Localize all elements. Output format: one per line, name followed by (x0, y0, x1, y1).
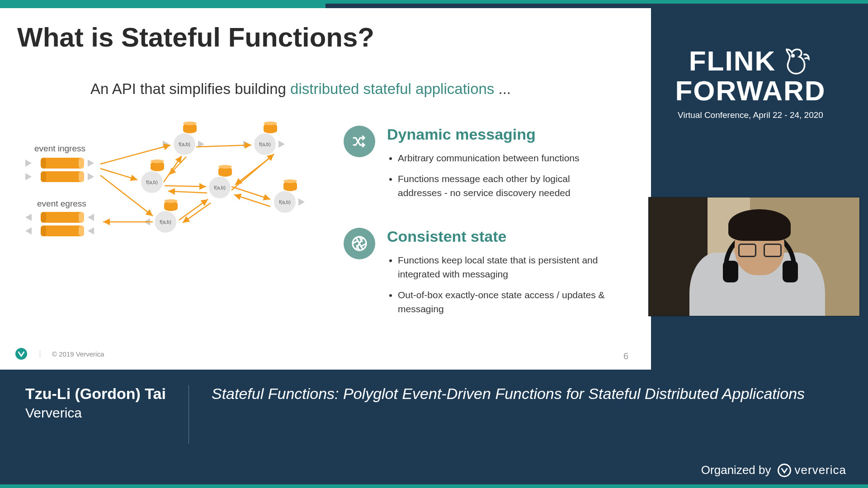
feature-bullet: Out-of-box exactly-once state access / u… (398, 288, 615, 316)
arrow-icon (278, 141, 285, 148)
function-node: f(a,b) (141, 171, 163, 193)
ingress-label: event ingress (34, 144, 85, 154)
ververica-logo-icon (15, 348, 27, 360)
arrow-icon (198, 141, 204, 148)
svg-line-9 (234, 195, 270, 206)
glasses-icon (738, 244, 782, 257)
aperture-icon (344, 228, 375, 259)
slide-subtitle: An API that simplifies building distribu… (90, 80, 511, 98)
headset-earcup (783, 261, 798, 282)
svg-line-13 (183, 203, 211, 223)
svg-line-4 (169, 157, 186, 175)
arrow-icon (144, 218, 150, 225)
feature-title: Dynamic messaging (387, 126, 615, 143)
arrow-icon (25, 160, 32, 167)
arrow-icon (25, 173, 32, 180)
slide-title: What is Stateful Functions? (17, 22, 374, 53)
copyright-text: © 2019 Ververica (40, 350, 104, 358)
arrow-icon (25, 227, 32, 235)
feature-title: Consistent state (387, 228, 615, 245)
function-node: f(a,b) (155, 211, 176, 233)
presentation-slide: What is Stateful Functions? An API that … (0, 4, 651, 370)
slide-footer: © 2019 Ververica (15, 348, 104, 360)
organizer-logo: ververica (778, 463, 846, 477)
feature-bullets: Arbitrary communication between function… (387, 151, 615, 200)
page-number: 6 (623, 351, 628, 361)
svg-line-5 (165, 186, 206, 187)
svg-line-6 (168, 191, 207, 193)
database-icon (183, 123, 197, 133)
svg-line-3 (164, 156, 182, 182)
svg-point-16 (792, 55, 794, 57)
function-node-label: f(a,b) (214, 185, 226, 190)
svg-line-11 (235, 157, 271, 185)
arrow-icon (88, 160, 94, 167)
svg-line-12 (179, 199, 208, 220)
speaker-block: Tzu-Li (Gordon) Tai Ververica (25, 385, 189, 444)
talk-title: Stateful Functions: Polyglot Event-Drive… (189, 385, 805, 403)
function-node: f(a,b) (254, 133, 276, 155)
function-node-label: f(a,b) (160, 219, 171, 225)
feature-consistent-state: Consistent state Functions keep local st… (344, 228, 624, 323)
svg-line-8 (231, 187, 270, 199)
function-node: f(a,b) (209, 177, 231, 198)
function-node-label: f(a,b) (179, 141, 190, 147)
arrow-icon (25, 214, 32, 221)
function-node-label: f(a,b) (259, 141, 271, 147)
function-node-label: f(a,b) (279, 199, 291, 205)
feature-dynamic-messaging: Dynamic messaging Arbitrary communicatio… (344, 126, 624, 207)
feature-bullets: Functions keep local state that is persi… (387, 253, 615, 316)
subtitle-prefix: An API that simplifies building (90, 80, 290, 97)
database-icon (264, 123, 277, 133)
arrow-icon (243, 141, 250, 148)
architecture-diagram: event ingress event egress f(a,b) f(a,b)… (19, 119, 317, 254)
slide-top-strip (0, 4, 651, 8)
conference-logo-text: FLINK FORWARD (651, 45, 850, 105)
speaker-webcam (648, 197, 860, 316)
egress-queue (42, 225, 83, 236)
arrow-icon (298, 198, 305, 206)
subtitle-accent: distributed stateful applications (290, 80, 494, 97)
egress-queue (42, 212, 83, 223)
svg-line-1 (100, 169, 137, 180)
ververica-logo-icon (778, 464, 791, 477)
bottom-accent-bar (0, 484, 868, 488)
feature-bullet: Arbitrary communication between function… (398, 151, 615, 165)
feature-bullet: Functions keep local state that is persi… (398, 253, 615, 281)
speaker-organization: Ververica (25, 405, 166, 421)
arrow-icon (88, 227, 94, 235)
speaker-name: Tzu-Li (Gordon) Tai (25, 385, 166, 403)
lower-third: Tzu-Li (Gordon) Tai Ververica Stateful F… (25, 385, 850, 444)
database-icon (151, 161, 164, 171)
organized-by-label: Organized by (701, 463, 771, 477)
top-accent-bar (0, 0, 868, 4)
arrow-icon (88, 173, 94, 180)
speaker-figure (689, 212, 825, 316)
conference-subtitle: Virtual Conference, April 22 - 24, 2020 (651, 110, 850, 120)
function-node: f(a,b) (174, 133, 195, 155)
arrow-icon (88, 214, 94, 221)
ingress-queue (42, 158, 83, 169)
brand-line2: FORWARD (651, 77, 850, 105)
feature-bullet: Functions message each other by logical … (398, 172, 615, 200)
function-node-label: f(a,b) (146, 179, 158, 185)
organized-by: Organized by ververica (701, 463, 846, 477)
headset-earcup (723, 261, 738, 282)
database-icon (283, 181, 297, 191)
conference-branding: FLINK FORWARD Virtual Conference, April … (651, 45, 850, 120)
database-icon (164, 201, 178, 211)
arrow-icon (163, 141, 169, 148)
squirrel-icon (780, 45, 812, 77)
database-icon (218, 167, 232, 177)
organizer-name: ververica (795, 463, 846, 477)
ingress-queue (42, 171, 83, 182)
speaker-hair (728, 209, 791, 241)
brand-line1: FLINK (689, 47, 776, 75)
function-node: f(a,b) (274, 191, 296, 213)
svg-line-10 (231, 154, 274, 190)
shuffle-icon (344, 126, 375, 157)
egress-label: event egress (37, 199, 86, 209)
subtitle-suffix: ... (494, 80, 511, 97)
feature-column: Dynamic messaging Arbitrary communicatio… (344, 126, 624, 344)
